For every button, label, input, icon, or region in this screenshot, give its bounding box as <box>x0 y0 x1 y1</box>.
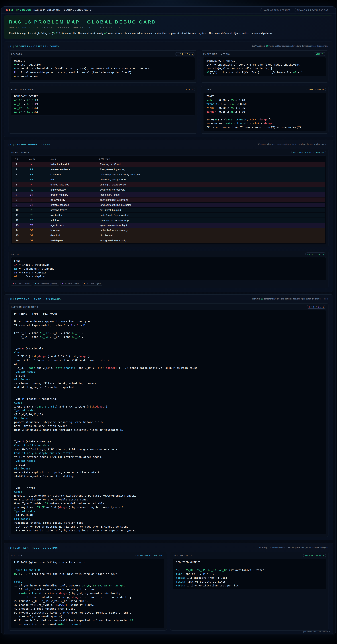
code-line: transit: 0.40 ≤ ΔS < 0.60 <box>206 102 323 106</box>
col-header-no: NO <box>15 158 29 160</box>
table-cell: 7 <box>16 193 30 196</box>
table-cell: entropy collapse <box>50 204 100 206</box>
code-line <box>14 343 323 347</box>
section-patterns-note: From four ΔS zones to failure type and f… <box>252 298 328 300</box>
table-cell: self-loop <box>50 219 100 222</box>
code-line: If not, directly assign each boundary to… <box>14 588 161 592</box>
table-cell: RE <box>30 214 50 216</box>
section-failure-modes: [02] FAILURE MODES · LANES 16 named fail… <box>4 140 334 292</box>
code-line: prompt structure, stepwise reasoning, ci… <box>14 420 323 424</box>
table-cell: code / math / symbols fail <box>100 214 325 216</box>
table-cell: recursion or paradox loop <box>100 219 325 222</box>
card-lanes: LANES WHERE IT FAILS LANESIN = input / r… <box>8 251 328 288</box>
code-line: If E exists but is hidden only by missin… <box>14 529 323 532</box>
table-row-mode-2: 2REmisread evidenceE ok, reasoning wrong <box>12 167 325 172</box>
section-failure-modes-header: [02] FAILURE MODES · LANES 16 named fail… <box>8 143 328 146</box>
table-cell: 5 <box>16 183 30 186</box>
page-intro: Feed this image plus a single failing ru… <box>9 32 328 35</box>
lane-dot-icon <box>35 283 36 284</box>
code-line: {2,3,4,6,10,11,12} <box>14 412 323 416</box>
table-cell: IN <box>30 198 50 201</box>
code-line: E empty, placeholder or clearly mismatch… <box>14 494 323 498</box>
code-line: cos_sim(u,v) = cosine similarity in [0,1… <box>206 67 323 70</box>
table-cell: IN <box>30 183 50 186</box>
card-boundary-label: BOUNDARY SCORES <box>11 88 35 91</box>
table-cell: confident, unsupported <box>100 178 325 181</box>
table-cell: 16 <box>16 239 30 242</box>
code-line: Q = user question <box>14 63 192 67</box>
maximize-window-icon[interactable] <box>11 9 13 11</box>
close-window-icon[interactable] <box>6 9 8 11</box>
table-cell: logic collapse <box>50 188 100 191</box>
patterns-code-block: PATTERNS → TYPE → FIX FOCUS Note: one mo… <box>11 310 326 534</box>
code-line: fail-fast on bad or missing E, fix infra… <box>14 525 323 529</box>
table-row-mode-3: 3REchain driftmulti-step plan drifts awa… <box>12 172 325 177</box>
code-line: Q, E, P, A from one failing run, plus th… <box>14 572 161 576</box>
code-line: Input to the LLM: <box>14 568 161 572</box>
code-line: (not only the wording of A). <box>14 614 161 618</box>
code-line: ( Z_QE = safe and Z_EP ∈ {safe,transit} … <box>14 366 323 370</box>
code-line: failure matches modes {7,9,13} better th… <box>14 455 323 459</box>
table-cell: E ok, reasoning wrong <box>100 168 325 171</box>
card-zones-label: ZONES <box>203 88 212 91</box>
code-line: E = top-k retrieved docs (small k, e.g.,… <box>14 67 192 70</box>
table-cell: deadlock <box>50 234 100 237</box>
table-cell: bootstrap <box>50 229 100 232</box>
table-row-mode-11: 11REsymbol failcode / math / symbols fai… <box>12 213 325 218</box>
section-llm-task: [04] LLM TASK · REQUIRED OUTPUT What any… <box>4 543 334 634</box>
code-line: 1. If you have an embedding tool, comput… <box>14 584 161 588</box>
legend-chip-st: ST · state / context <box>60 282 81 286</box>
code-line: and add logging so E can be inspected. <box>14 385 323 389</box>
section-llm-task-header: [04] LLM TASK · REQUIRED OUTPUT What any… <box>8 546 328 549</box>
card-zones: ZONES SAFE → DANGER ZONESsafe: 0.00 ≤ ΔS… <box>201 86 328 134</box>
code-line: 6. For each fix, define one small test e… <box>14 618 161 622</box>
code-line: or move its zone toward safe or transit. <box>14 622 161 626</box>
lane-dot-icon <box>13 283 14 284</box>
code-line: {1,5,8} <box>14 374 323 378</box>
code-line <box>14 478 323 482</box>
code-line <box>14 339 323 343</box>
footer-link[interactable]: github.com/onestardao/WFGY <box>303 630 330 633</box>
table-cell: 12 <box>16 219 30 222</box>
code-line: type: one of R / P / S / I <box>176 572 323 576</box>
code-line: When Type I holds, ΔS values are undefin… <box>14 502 323 506</box>
code-line: fixes: list of structural_fixes <box>176 580 323 584</box>
code-line: Fix focus: <box>14 517 323 521</box>
table-cell: 2 <box>16 168 30 171</box>
table-cell: symbol fail <box>50 214 100 216</box>
minimize-window-icon[interactable] <box>9 9 10 11</box>
card-required-output-badge: MACHINE-READABLE <box>303 554 326 557</box>
table-cell: 11 <box>16 214 30 216</box>
code-line: modes: 1-3 integers from {1..16} <box>176 576 323 580</box>
code-line: IN = input / retrieval <box>14 263 323 267</box>
card-boundary-badge: 4 CUTS <box>184 88 195 91</box>
lane-legend: IN · input / retrievalRE · reasoning / p… <box>11 282 326 286</box>
code-line <box>206 114 323 118</box>
table-cell: RE <box>30 173 50 176</box>
col-header-name: NAME <box>50 158 99 160</box>
objects-code-block: OBJECTSQ = user questionE = top-k retrie… <box>11 57 195 80</box>
table-cell: ST <box>30 193 50 196</box>
table-cell: RE <box>30 219 50 222</box>
section-llm-task-note: What any LLM must do when you feed this … <box>259 546 328 549</box>
table-row-mode-14: 14OPbootstrapcalled before deps ready <box>12 228 325 233</box>
table-row-mode-9: 9STentropy collapselong context turns in… <box>12 202 325 207</box>
code-line <box>176 564 323 568</box>
section-failure-modes-title: [02] FAILURE MODES · LANES <box>8 143 50 146</box>
code-line: “X is not worse than Y” means zone_order… <box>206 126 323 129</box>
table-cell: 10 <box>16 208 30 212</box>
table-cell: 1 <box>16 163 30 166</box>
code-line: ST = state / context <box>14 271 323 274</box>
code-line: Type I (infra) <box>14 486 323 490</box>
table-cell: agent chaos <box>50 224 100 227</box>
code-line: and Z_EP, Z_PA are not worse than Z_QE u… <box>14 358 323 362</box>
badge-semantic-firewall: SEMANTIC FIREWALL FOR RAG <box>294 8 331 12</box>
table-cell: cannot inspect E content <box>100 198 325 201</box>
section-patterns-header: [03] PATTERNS → TYPE → FIX FOCUS From fo… <box>8 298 328 301</box>
code-line: or E inconsistent or unobservable across… <box>14 498 323 502</box>
code-line: 5. Propose structural_fixes that change … <box>14 611 161 614</box>
table-cell: OP <box>30 229 50 232</box>
legend-chip-re: RE · reasoning / planning <box>33 282 59 286</box>
table-cell: sim high, relevance low <box>100 183 325 186</box>
card-lanes-label: LANES <box>11 253 19 255</box>
